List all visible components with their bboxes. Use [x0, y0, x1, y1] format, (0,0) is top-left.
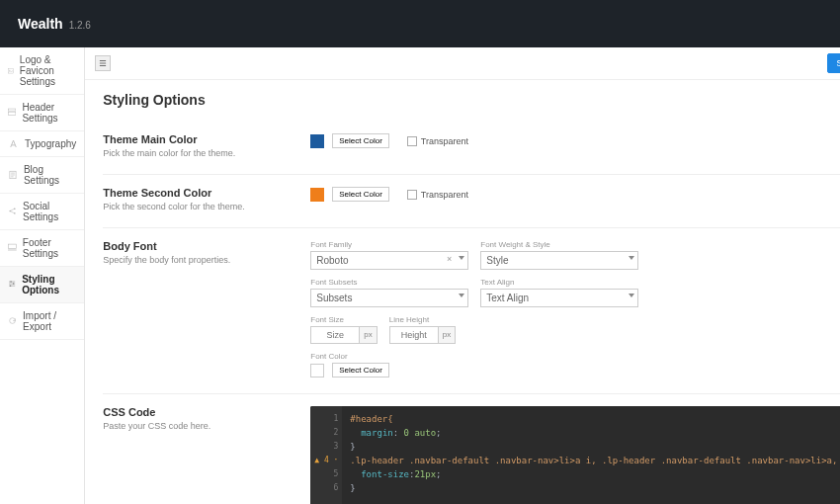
second-color-swatch[interactable]: [310, 188, 324, 202]
font-color-swatch[interactable]: [310, 364, 324, 378]
section-second-color: Theme Second Color Pick the second color…: [103, 175, 840, 228]
image-icon: [8, 65, 14, 76]
font-subsets-select[interactable]: Subsets: [310, 289, 468, 307]
file-icon: [8, 170, 18, 181]
svg-rect-14: [9, 249, 17, 251]
font-weight-label: Font Weight & Style: [480, 240, 638, 249]
font-weight-select[interactable]: Style: [480, 251, 638, 270]
app-title: Wealth: [18, 16, 63, 32]
svg-point-18: [10, 282, 12, 284]
sliders-icon: [8, 280, 16, 291]
sidebar-item-footer[interactable]: Footer Settings: [0, 230, 84, 267]
save-button[interactable]: Save Changes: [827, 53, 840, 73]
font-color-select-button[interactable]: Select Color: [332, 363, 389, 378]
page-title: Styling Options: [103, 92, 840, 108]
refresh-icon: [8, 316, 17, 327]
chevron-down-icon: [459, 256, 464, 260]
footer-icon: [8, 243, 17, 254]
svg-point-10: [14, 211, 16, 213]
sidebar-item-styling[interactable]: Styling Options: [0, 267, 84, 303]
chevron-down-icon: [629, 256, 634, 260]
font-family-label: Font Family: [310, 240, 468, 249]
sidebar-item-logo-favicon[interactable]: Logo & Favicon Settings: [0, 47, 84, 95]
app-header: Wealth 1.2.6: [0, 0, 840, 47]
line-height-unit: px: [439, 326, 456, 344]
sidebar: Logo & Favicon Settings Header Settings …: [0, 47, 85, 504]
svg-line-12: [11, 210, 14, 212]
main-color-select-button[interactable]: Select Color: [332, 133, 389, 148]
sidebar-item-import-export[interactable]: Import / Export: [0, 303, 84, 340]
line-height-label: Line Height: [389, 315, 456, 324]
code-gutter: 123▲ 4 ·56: [310, 406, 342, 504]
section-main-color: Theme Main Color Pick the main color for…: [103, 122, 840, 175]
checkbox-icon: [407, 190, 417, 200]
font-size-unit: px: [360, 326, 377, 344]
collapse-sidebar-button[interactable]: [95, 55, 111, 71]
second-color-select-button[interactable]: Select Color: [332, 187, 389, 202]
css-code-editor[interactable]: 123▲ 4 ·56 #header{ margin: 0 auto; } .l…: [310, 406, 840, 504]
svg-point-9: [14, 208, 16, 210]
font-subsets-label: Font Subsets: [310, 278, 468, 287]
svg-point-19: [13, 284, 15, 286]
svg-rect-3: [9, 112, 16, 115]
svg-point-20: [10, 286, 12, 288]
main-color-desc: Pick the main color for the theme.: [103, 148, 310, 158]
sidebar-item-header[interactable]: Header Settings: [0, 95, 84, 131]
toolbar-top: Save Changes Reset Section Reset All: [85, 47, 840, 80]
chevron-down-icon: [629, 294, 634, 297]
code-body[interactable]: #header{ margin: 0 auto; } .lp-header .n…: [342, 406, 840, 504]
sidebar-item-typography[interactable]: Typography: [0, 131, 84, 157]
css-title: CSS Code: [103, 406, 310, 418]
svg-rect-13: [9, 244, 17, 248]
body-font-desc: Specify the body font properties.: [103, 255, 310, 265]
main-panel: Save Changes Reset Section Reset All Sty…: [85, 47, 840, 504]
svg-rect-2: [9, 109, 16, 111]
type-icon: [8, 138, 19, 149]
main-color-transparent-checkbox[interactable]: Transparent: [407, 136, 468, 146]
checkbox-icon: [407, 136, 417, 146]
section-css-code: CSS Code Paste your CSS code here. 123▲ …: [103, 394, 840, 504]
main-color-title: Theme Main Color: [103, 133, 310, 145]
font-color-label: Font Color: [310, 352, 840, 361]
clear-icon[interactable]: ×: [447, 254, 452, 264]
layout-icon: [8, 108, 16, 119]
app-version: 1.2.6: [69, 20, 91, 31]
sidebar-item-blog[interactable]: Blog Settings: [0, 157, 84, 194]
line-height-input[interactable]: [389, 326, 439, 344]
text-align-select[interactable]: Text Align: [480, 289, 638, 307]
section-body-font: Body Font Specify the body font properti…: [103, 228, 840, 394]
font-size-input[interactable]: [310, 326, 360, 344]
chevron-down-icon: [459, 294, 464, 297]
font-size-label: Font Size: [310, 315, 377, 324]
second-color-title: Theme Second Color: [103, 187, 310, 199]
font-family-select[interactable]: Roboto×: [310, 251, 468, 270]
svg-line-11: [11, 209, 14, 210]
svg-point-1: [9, 70, 10, 71]
main-color-swatch[interactable]: [310, 134, 324, 148]
text-align-label: Text Align: [480, 278, 638, 287]
second-color-transparent-checkbox[interactable]: Transparent: [407, 190, 468, 200]
css-desc: Paste your CSS code here.: [103, 421, 310, 431]
second-color-desc: Pick the second color for the theme.: [103, 202, 310, 211]
share-icon: [8, 207, 17, 217]
body-font-title: Body Font: [103, 240, 310, 252]
sidebar-item-social[interactable]: Social Settings: [0, 194, 84, 230]
